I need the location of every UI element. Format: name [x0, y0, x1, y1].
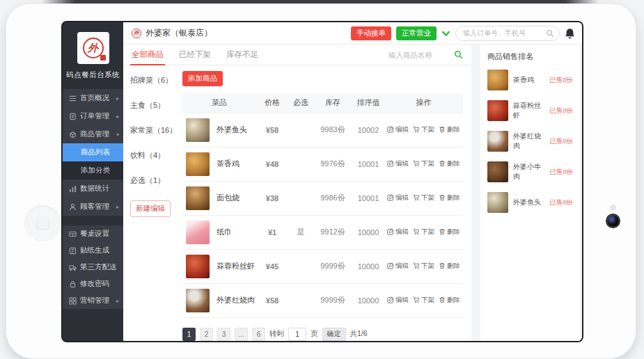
page-button-2[interactable]: 2 [200, 328, 213, 341]
edit-icon [387, 296, 394, 303]
dish-price: ¥45 [256, 249, 288, 283]
dish-name: 外婆鱼头 [217, 125, 247, 135]
product-search-input[interactable] [387, 50, 451, 60]
edit-button[interactable]: 编辑 [387, 262, 409, 271]
delete-button[interactable]: 删除 [439, 262, 460, 271]
edit-button[interactable]: 编辑 [387, 159, 409, 168]
page-button-1[interactable]: 1 [182, 328, 196, 341]
edit-button[interactable]: 编辑 [387, 193, 409, 202]
edit-button[interactable]: 编辑 [387, 228, 409, 237]
tab-all-goods[interactable]: 全部商品 [132, 45, 164, 65]
delivery-icon [69, 264, 77, 271]
dish-photo [186, 118, 210, 142]
dish-required: 是 [288, 215, 313, 249]
goto-confirm-button[interactable]: 确定 [322, 328, 346, 341]
dish-name: 外婆红烧肉 [217, 295, 255, 305]
dish-price: ¥48 [256, 147, 288, 181]
delete-button[interactable]: 删除 [439, 228, 460, 237]
page-button-ellipsis[interactable]: ... [235, 328, 248, 341]
ranking-item: 茶香鸡 已售0份 [487, 65, 573, 95]
sidebar-item-statistics[interactable]: 数据统计 [63, 180, 123, 198]
chevron-right-icon: ▸ [116, 95, 119, 102]
goods-tabs-bar: 全部商品 已经下架 库存不足 [123, 45, 471, 65]
brand-logo: 外 [77, 32, 109, 64]
edit-button[interactable]: 编辑 [387, 296, 409, 305]
sidebar-item-change-password[interactable]: 修改密码 [63, 276, 123, 292]
page-button-6[interactable]: 6 [252, 328, 265, 341]
ranking-dish-name: 外婆小牛肉 [513, 162, 544, 182]
dish-name: 纸巾 [217, 227, 232, 237]
store-header: 外 外婆家（银泰店） [132, 27, 212, 39]
tab-off-shelf[interactable]: 已经下架 [179, 45, 211, 65]
take-down-button[interactable]: 下架 [413, 296, 434, 305]
manual-accept-button[interactable]: 手动接单 [351, 26, 391, 40]
goto-page-input[interactable] [288, 328, 306, 341]
chevron-right-icon: ▸ [116, 298, 119, 304]
take-down-button[interactable]: 下架 [413, 125, 434, 134]
sidebar-item-overview[interactable]: 首页概况 ▸ [63, 89, 123, 107]
sidebar-secondary-menu: 餐桌设置 贴纸生成 第三方配送 修改密码 营销管理 ▸ [63, 225, 123, 309]
category-item[interactable]: 招牌菜（6） [130, 75, 182, 86]
col-required: 必选 [288, 93, 313, 113]
sidebar-item-customers[interactable]: 顾客管理 ▸ [63, 198, 123, 216]
business-status-button[interactable]: 正常营业 [396, 26, 437, 40]
orders-icon [69, 113, 77, 120]
delete-button[interactable]: 删除 [439, 296, 460, 305]
store-name: 外婆家（银泰店） [146, 27, 212, 39]
ranking-item: 外婆小牛肉 已售0份 [487, 157, 573, 187]
tab-low-stock[interactable]: 库存不足 [226, 45, 258, 65]
sticker-icon [69, 247, 77, 255]
table-header-row: 菜品 价格 必选 库存 排序值 操作 [182, 93, 463, 113]
dish-stock: 9999份 [313, 283, 352, 317]
status-chevron-down-icon[interactable] [441, 30, 450, 37]
table-icon [69, 230, 77, 238]
marketing-icon [69, 297, 77, 305]
take-down-button[interactable]: 下架 [413, 228, 434, 237]
sidebar-item-sticker-generate[interactable]: 贴纸生成 [63, 242, 123, 259]
dish-photo [186, 186, 210, 210]
sidebar-item-goods-list[interactable]: 商品列表 [63, 143, 123, 161]
take-down-button[interactable]: 下架 [413, 262, 434, 271]
search-icon[interactable] [546, 29, 554, 38]
order-search-input[interactable] [455, 26, 560, 41]
sidebar-item-goods[interactable]: 商品管理 ▾ [63, 125, 123, 143]
take-down-button[interactable]: 下架 [413, 159, 434, 168]
sidebar-item-table-settings[interactable]: 餐桌设置 [63, 225, 123, 242]
new-category-button[interactable]: 新建编辑 [130, 200, 171, 217]
add-product-button[interactable]: 添加商品 [182, 71, 223, 86]
edit-button[interactable]: 编辑 [387, 125, 409, 134]
ranking-dish-name: 外婆红烧肉 [513, 131, 544, 151]
sidebar-item-marketing[interactable]: 营销管理 ▸ [63, 292, 123, 309]
cart-icon [413, 262, 420, 269]
category-item[interactable]: 必选（1） [130, 175, 182, 186]
dish-sort: 10000 [352, 283, 384, 317]
chevron-right-icon: ▸ [116, 204, 119, 210]
delete-button[interactable]: 删除 [439, 193, 460, 202]
take-down-button[interactable]: 下架 [413, 193, 434, 202]
dish-name: 茶香鸡 [217, 159, 239, 169]
category-item[interactable]: 饮料（4） [130, 150, 182, 161]
sidebar-item-add-category[interactable]: 添加分类 [63, 161, 123, 180]
system-name: 码点餐后台系统 [63, 70, 123, 80]
table-row: 纸巾 ¥1 是 9912份 10000 编辑下架删除 [182, 215, 463, 249]
goods-panel: 全部商品 已经下架 库存不足 招牌菜（6） 主食（5） 家常菜（16） 饮料（4… [123, 45, 471, 341]
sidebar-item-orders[interactable]: 订单管理 ▸ [63, 107, 123, 125]
page-button-3[interactable]: 3 [217, 328, 230, 341]
category-item[interactable]: 主食（5） [130, 100, 182, 111]
tablet-home-button[interactable] [24, 205, 61, 241]
goods-body: 招牌菜（6） 主食（5） 家常菜（16） 饮料（4） 必选（1） 新建编辑 添加… [123, 65, 471, 341]
sidebar-item-third-party-delivery[interactable]: 第三方配送 [63, 259, 123, 276]
category-item[interactable]: 家常菜（16） [130, 125, 182, 136]
dish-photo [186, 255, 210, 278]
product-search-icon[interactable] [454, 50, 463, 59]
dish-stock: 9999份 [313, 249, 352, 283]
ranking-title: 商品销售排名 [487, 51, 573, 62]
dish-sort: 10000 [352, 215, 384, 249]
dish-required [288, 283, 313, 317]
dish-photo [487, 192, 508, 213]
cart-icon [413, 194, 420, 201]
notification-bell-icon[interactable] [565, 28, 575, 39]
delete-button[interactable]: 删除 [439, 125, 460, 134]
delete-button[interactable]: 删除 [439, 159, 460, 168]
dish-stock: 9983份 [313, 113, 352, 147]
